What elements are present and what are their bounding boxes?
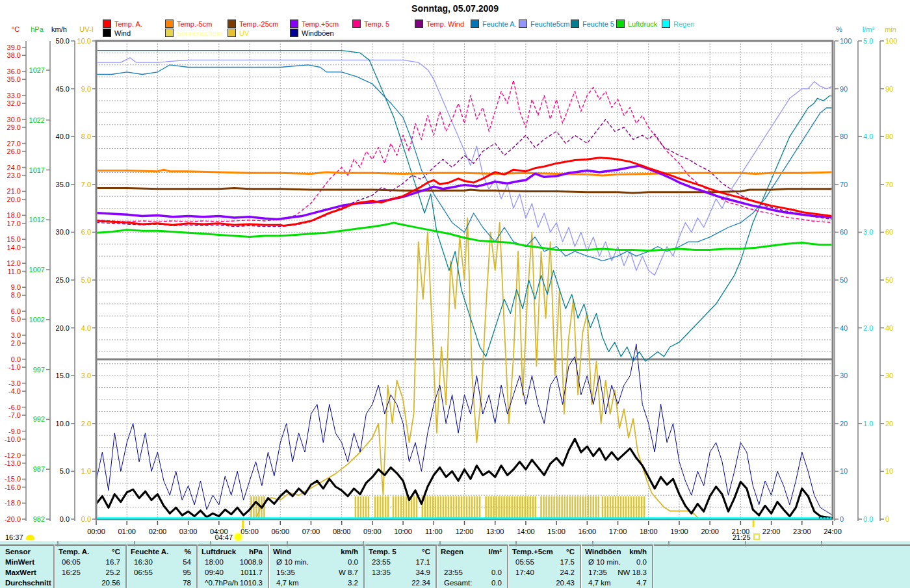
series-uv [256, 218, 699, 519]
sunset-sun-icon [753, 533, 760, 540]
x-tick-label: 17:00 [609, 528, 627, 535]
strip-tick [57, 541, 58, 546]
y-tick-label: -16.0 [5, 483, 21, 491]
table-value: 1011.7 [165, 568, 263, 577]
table-group-unit: km/h [549, 547, 647, 556]
y-axis-uv: 10.09.08.07.06.05.04.03.02.01.00.0 [77, 37, 96, 523]
sunrise-sun-icon [235, 534, 241, 540]
y-tick-label: 0.0 [11, 355, 21, 363]
y-tick-label: 17.0 [7, 220, 21, 227]
y-tick-label: 8.0 [11, 291, 21, 299]
y-tick-label: 11.0 [7, 268, 21, 275]
y-tick-label: -20.0 [5, 515, 21, 523]
y-tick-label: 20.0 [56, 324, 70, 332]
y-tick-label: 90 [840, 85, 848, 93]
series-feuchte_a [96, 65, 833, 261]
y-tick-label: 39.0 [7, 44, 21, 51]
y-tick-label: 982 [33, 515, 45, 523]
y-axis-min: 1009080706050403020100 [880, 37, 897, 523]
x-tick-label: 18:00 [640, 528, 658, 535]
y-tick-label: 5.0 [863, 37, 873, 45]
y-tick-label: 0.0 [863, 515, 873, 523]
y-tick-label: -3.0 [8, 379, 21, 387]
y-tick-label: 2.0 [81, 420, 91, 428]
strip-tick [821, 541, 822, 546]
y-tick-label: 32.0 [7, 99, 21, 107]
y-tick-label: 80 [840, 133, 848, 140]
y-tick-label: 36.0 [7, 68, 21, 75]
sunset-annotation: 21:25 [733, 533, 760, 541]
y-tick-label: -4.0 [8, 387, 21, 395]
x-tick-label: 09:00 [363, 528, 382, 535]
y-axis-lm2: 5.04.03.02.01.00.0 [858, 37, 873, 523]
y-tick-label: 15.0 [56, 372, 70, 379]
y-tick-label: -6.0 [8, 403, 21, 411]
y-tick-label: 5.0 [81, 276, 91, 284]
x-tick-label: 11:00 [425, 528, 443, 535]
daylength-annotation: 16:37 [5, 533, 34, 541]
x-tick-label: 14:00 [517, 528, 535, 535]
sunrise-value: 04:47 [214, 533, 233, 541]
y-tick-label: 30 [885, 372, 893, 379]
y-tick-label: 60 [885, 228, 893, 236]
y-tick-label: -18.0 [5, 499, 21, 507]
y-tick-label: 80 [885, 133, 893, 140]
y-tick-label: 38.0 [7, 51, 21, 59]
y-axis-c: 39.038.036.035.033.032.030.029.027.026.0… [5, 41, 26, 523]
y-tick-label: 997 [33, 366, 45, 374]
y-tick-label: 0 [885, 515, 889, 523]
y-tick-label: 0 [840, 515, 844, 523]
y-tick-label: 100 [840, 37, 852, 45]
y-tick-label: 1002 [29, 316, 45, 324]
y-tick-label: 1.0 [863, 420, 873, 428]
x-tick-label: 15:00 [547, 528, 566, 535]
y-tick-label: 60 [840, 228, 848, 236]
x-tick-label: 10:00 [394, 528, 412, 535]
y-tick-label: -12.0 [5, 452, 21, 459]
x-tick-label: 23:00 [793, 528, 811, 535]
x-tick-label: 12:00 [456, 528, 474, 535]
y-tick-label: 0.0 [81, 515, 91, 523]
y-tick-label: 4.0 [863, 133, 873, 140]
y-tick-label: 992 [33, 415, 45, 423]
x-tick-label: 02:00 [149, 528, 167, 535]
y-tick-label: 23.0 [7, 172, 21, 179]
y-tick-label: 29.0 [7, 123, 21, 131]
y-tick-label: -9.0 [8, 428, 21, 435]
y-tick-label: 26.0 [7, 147, 21, 155]
y-tick-label: 10 [840, 467, 848, 475]
x-tick-label: 19:00 [670, 528, 688, 535]
y-tick-label: 50 [885, 276, 893, 284]
y-tick-label: 6.0 [81, 228, 91, 236]
series-windboeen [96, 344, 833, 516]
y-tick-label: 9.0 [81, 85, 91, 93]
table-value: NW 18.3 [549, 568, 647, 577]
table-value: 1010.3 [165, 578, 263, 587]
y-tick-label: 35.0 [7, 75, 21, 83]
table-top-border [0, 544, 910, 546]
y-tick-label: 18.0 [7, 211, 21, 219]
x-tick-label: 16:00 [578, 528, 597, 535]
table-value: 1008.9 [165, 557, 263, 567]
x-tick-label: 13:00 [486, 528, 504, 535]
y-axis-kmh: 50.045.040.035.030.025.020.015.010.05.00… [56, 37, 75, 523]
y-tick-label: 70 [840, 181, 848, 188]
x-tick-label: 01:00 [118, 528, 136, 535]
table-value: 17.1 [333, 557, 430, 567]
x-tick-label: 24:00 [824, 528, 842, 535]
y-tick-label: -1.0 [8, 363, 21, 371]
y-tick-label: 40.0 [56, 133, 70, 140]
table-group-unit: hPa [165, 547, 263, 556]
y-tick-label: 2.0 [11, 339, 21, 347]
y-tick-label: 20.0 [7, 196, 21, 203]
y-tick-label: -10.0 [5, 435, 21, 443]
strip-tick [439, 541, 441, 546]
weather-chart: 39.038.036.035.033.032.030.029.027.026.0… [0, 0, 910, 541]
y-tick-label: 10 [885, 467, 893, 475]
y-tick-label: 15.0 [7, 235, 21, 243]
strip-tick [592, 541, 593, 546]
y-tick-label: 90 [885, 85, 893, 93]
y-tick-label: 987 [33, 465, 45, 473]
y-tick-label: -13.0 [5, 459, 21, 467]
y-axis-pct: 1009080706050403020100 [835, 37, 852, 523]
